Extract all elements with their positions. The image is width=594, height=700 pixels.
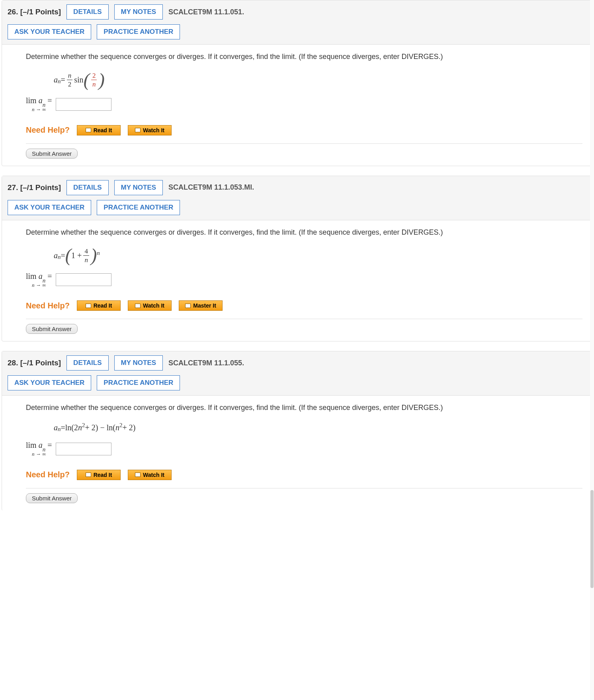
my-notes-button[interactable]: MY NOTES — [114, 4, 163, 20]
question-26: 26. [–/1 Points] DETAILS MY NOTES SCALCE… — [2, 0, 592, 166]
video-icon — [135, 473, 141, 477]
question-27: 27. [–/1 Points] DETAILS MY NOTES SCALCE… — [2, 176, 592, 342]
read-it-button[interactable]: Read It — [77, 470, 121, 480]
question-28: 28. [–/1 Points] DETAILS MY NOTES SCALCE… — [2, 351, 592, 510]
details-button[interactable]: DETAILS — [66, 180, 108, 195]
answer-input[interactable] — [56, 273, 111, 286]
book-icon — [86, 304, 91, 308]
need-help-label: Need Help? — [26, 125, 70, 135]
submit-answer-button[interactable]: Submit Answer — [26, 324, 78, 334]
scrollbar[interactable] — [590, 0, 594, 510]
watch-it-button[interactable]: Watch It — [128, 470, 172, 480]
master-it-button[interactable]: Master It — [179, 300, 223, 311]
ask-teacher-button[interactable]: ASK YOUR TEACHER — [8, 200, 91, 215]
need-help-label: Need Help? — [26, 301, 70, 310]
submit-row: Submit Answer — [26, 319, 582, 334]
video-icon — [135, 128, 141, 132]
question-prompt: Determine whether the sequence converges… — [26, 227, 582, 237]
submit-row: Submit Answer — [26, 143, 582, 159]
limit-expression: lim an = n → ∞ — [26, 272, 52, 288]
limit-expression: lim an = n → ∞ — [26, 96, 52, 112]
question-header: 26. [–/1 Points] DETAILS MY NOTES SCALCE… — [2, 0, 592, 45]
formula: an = n2 sin 2n — [54, 72, 582, 88]
submit-row: Submit Answer — [26, 488, 582, 503]
watch-it-button[interactable]: Watch It — [128, 125, 172, 135]
question-header: 27. [–/1 Points] DETAILS MY NOTES SCALCE… — [2, 176, 592, 220]
practice-another-button[interactable]: PRACTICE ANOTHER — [97, 200, 180, 215]
question-prompt: Determine whether the sequence converges… — [26, 52, 582, 62]
my-notes-button[interactable]: MY NOTES — [114, 180, 163, 195]
limit-row: lim an = n → ∞ — [26, 272, 582, 288]
reference-code: SCALCET9M 11.1.055. — [168, 359, 244, 367]
video-icon — [135, 304, 141, 308]
limit-row: lim an = n → ∞ — [26, 96, 582, 112]
submit-answer-button[interactable]: Submit Answer — [26, 149, 78, 159]
details-button[interactable]: DETAILS — [66, 355, 108, 371]
question-number: 27. [–/1 Points] — [8, 183, 61, 192]
practice-another-button[interactable]: PRACTICE ANOTHER — [97, 375, 180, 390]
need-help-row: Need Help? Read It Watch It — [26, 470, 582, 480]
reference-code: SCALCET9M 11.1.051. — [168, 8, 244, 16]
question-header: 28. [–/1 Points] DETAILS MY NOTES SCALCE… — [2, 351, 592, 396]
question-prompt: Determine whether the sequence converges… — [26, 403, 582, 413]
question-number: 26. [–/1 Points] — [8, 8, 61, 16]
answer-input[interactable] — [56, 443, 111, 455]
watch-it-button[interactable]: Watch It — [128, 300, 172, 311]
submit-answer-button[interactable]: Submit Answer — [26, 493, 78, 503]
question-body: Determine whether the sequence converges… — [2, 220, 592, 341]
need-help-row: Need Help? Read It Watch It Master It — [26, 300, 582, 311]
formula: an = ln(2n2 + 2) − ln(n2 + 2) — [54, 423, 582, 432]
details-button[interactable]: DETAILS — [66, 4, 108, 20]
my-notes-button[interactable]: MY NOTES — [114, 355, 163, 371]
answer-input[interactable] — [56, 98, 111, 111]
reference-code: SCALCET9M 11.1.053.MI. — [168, 183, 254, 192]
question-body: Determine whether the sequence converges… — [2, 45, 592, 166]
scrollbar-thumb[interactable] — [590, 490, 594, 510]
ask-teacher-button[interactable]: ASK YOUR TEACHER — [8, 375, 91, 390]
practice-another-button[interactable]: PRACTICE ANOTHER — [97, 24, 180, 39]
question-number: 28. [–/1 Points] — [8, 359, 61, 367]
book-icon — [86, 128, 91, 132]
limit-row: lim an = n → ∞ — [26, 441, 582, 457]
read-it-button[interactable]: Read It — [77, 300, 121, 311]
book-icon — [86, 473, 91, 477]
formula: an = 1 + 4nn — [54, 248, 582, 263]
limit-expression: lim an = n → ∞ — [26, 441, 52, 457]
star-icon — [185, 304, 191, 308]
question-body: Determine whether the sequence converges… — [2, 396, 592, 510]
need-help-row: Need Help? Read It Watch It — [26, 125, 582, 135]
ask-teacher-button[interactable]: ASK YOUR TEACHER — [8, 24, 91, 39]
read-it-button[interactable]: Read It — [77, 125, 121, 135]
need-help-label: Need Help? — [26, 470, 70, 479]
